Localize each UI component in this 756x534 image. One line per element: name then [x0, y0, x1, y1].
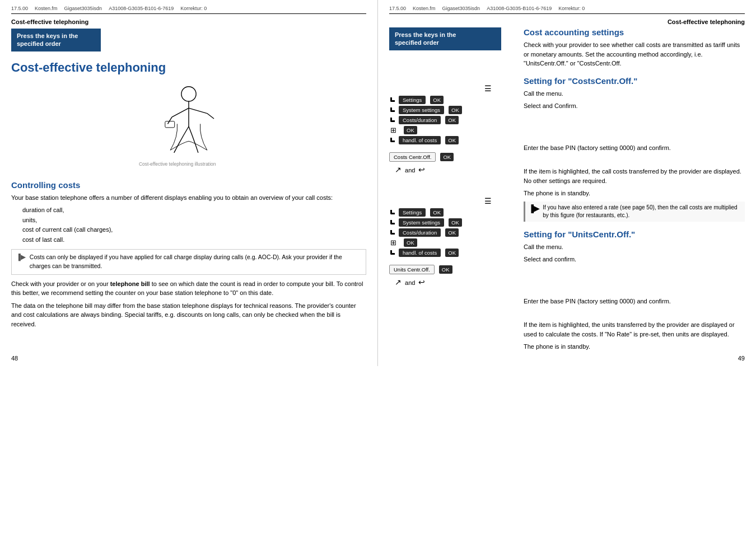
note-para1: Check with your provider or on your tele… [11, 279, 366, 298]
settings-key: Settings [399, 96, 426, 104]
right-docnum: A31008-G3035-B101-6-7619 [487, 6, 552, 11]
call-icon-2: ↗ [395, 278, 402, 287]
settings-key-2: Settings [399, 208, 426, 217]
right-korrektur: Korrektur: 0 [558, 6, 585, 11]
svg-point-0 [181, 86, 196, 101]
steps-spacer-2 [524, 268, 745, 297]
right-blue-box: Press the keys in thespecified order [389, 27, 501, 50]
menu-icon: ☰ [484, 84, 492, 93]
right-blue-box-text: Press the keys in thespecified order [395, 31, 456, 46]
list-item-4: cost of last call. [22, 235, 366, 245]
system-settings-key-2: System settings [399, 218, 444, 227]
left-blue-box-text: Press the keys in thespecified order [17, 32, 78, 47]
svg-line-2 [172, 108, 189, 117]
call-icon-1: ↗ [395, 165, 402, 174]
costs-duration-row: Costs/duration OK [389, 116, 518, 124]
svg-line-4 [168, 117, 172, 124]
left-section-title: Cost-effective telephoning [11, 18, 366, 25]
settings-ok: OK [430, 96, 444, 104]
setting-units-standby: The phone is in standby. [524, 342, 745, 352]
end-call-icon-1: ↩ [418, 165, 425, 174]
controlling-costs-list: duration of call, units, cost of current… [22, 205, 366, 245]
pin-icon-2: ⊞ [390, 238, 396, 247]
system-settings-row: System settings OK [389, 106, 518, 114]
units-centr-steps-keys: ☰ Settings OK System settings OK Co [389, 196, 518, 257]
handl-costs-ok-2: OK [445, 249, 459, 257]
list-item-3: cost of current call (call charges), [22, 225, 366, 235]
costs-centr-off-ok: OK [440, 153, 454, 161]
costs-duration-ok: OK [445, 116, 459, 124]
controlling-costs-heading: Controlling costs [11, 180, 366, 190]
setting-costs-highlighted: If the item is highlighted, the call cos… [524, 167, 745, 185]
setting-units-select: Select and confirm. [524, 255, 745, 264]
pin-ok-2: OK [404, 238, 417, 247]
left-header-meta: 17.5.00 Kosten.fm Gigaset3035isdn A31008… [11, 6, 366, 11]
note-text-1: Costs can only be displayed if you have … [30, 253, 361, 271]
system-settings-row-2: System settings OK [389, 218, 518, 227]
costs-centr-off-row: Costs Centr.Off. OK [389, 152, 518, 162]
right-header-sep [389, 13, 745, 14]
cost-accounting-heading: Cost accounting settings [524, 27, 745, 37]
settings-ok-2: OK [430, 208, 444, 217]
left-filename: Kosten.fm [35, 6, 58, 11]
left-docnum: A31008-G3035-B101-6-7619 [109, 6, 174, 11]
handl-costs-row-2: handl. of costs OK [389, 249, 518, 257]
steps-spacer-1 [524, 114, 745, 143]
costs-centr-spacer [524, 156, 745, 167]
note-icon-1: ▐▶ [16, 254, 25, 271]
setting-costs-heading: Setting for "CostsCentr.Off." [524, 76, 745, 86]
list-item-1: duration of call, [22, 205, 366, 216]
handl-costs-key-2: handl. of costs [399, 249, 441, 257]
note-para2: The data on the telephone bill may diffe… [11, 301, 366, 329]
menu-icon-row-2: ☰ [389, 196, 518, 205]
system-settings-ok: OK [449, 106, 462, 114]
end-call-icon-2: ↩ [418, 278, 425, 287]
right-keys-column: Press the keys in thespecified order ☰ S… [389, 27, 518, 355]
left-page-number: 48 [11, 355, 18, 362]
units-centr-off-row: Units Centr.Off. OK [389, 265, 518, 274]
right-descriptions-column: Cost accounting settings Check with your… [524, 27, 745, 355]
controlling-costs-para1: Your base station telephone offers a num… [11, 193, 366, 203]
costs-duration-key: Costs/duration [399, 116, 441, 124]
costs-centr-note: ▐▶ If you have also entered a rate (see … [524, 202, 745, 222]
costs-note-text: If you have also entered a rate (see pag… [543, 204, 741, 219]
and-text-2: and [405, 279, 415, 286]
left-version: 17.5.00 [11, 6, 28, 11]
system-settings-ok-2: OK [449, 218, 462, 227]
main-title: Cost-effective telephoning [11, 60, 366, 75]
pin-ok: OK [404, 126, 417, 134]
left-header-sep [11, 13, 366, 14]
right-header-meta: 17.5.00 Kosten.fm Gigaset3035isdn A31008… [389, 6, 745, 11]
setting-costs-standby: The phone is in standby. [524, 189, 745, 198]
costs-note-icon: ▐▶ [529, 204, 539, 219]
setting-costs-select: Select and Confirm. [524, 101, 745, 111]
setting-units-enter-pin: Enter the base PIN (factory setting 0000… [524, 297, 745, 306]
costs-centr-off-key: Costs Centr.Off. [389, 152, 436, 162]
right-filename: Kosten.fm [413, 6, 436, 11]
svg-rect-6 [165, 121, 175, 127]
setting-costs-enter-pin: Enter the base PIN (factory setting 0000… [524, 143, 745, 153]
menu-icon-row: ☰ [389, 84, 518, 93]
units-centr-off-key: Units Centr.Off. [389, 265, 435, 274]
costs-centr-steps-keys: ☰ Settings OK System settings OK [389, 84, 518, 144]
costs-duration-row-2: Costs/duration OK [389, 228, 518, 237]
settings-row-2: Settings OK [389, 208, 518, 217]
left-page: 17.5.00 Kosten.fm Gigaset3035isdn A31008… [0, 0, 378, 366]
svg-line-3 [189, 108, 207, 113]
svg-text:Cost-effective telephoning ill: Cost-effective telephoning illustration [139, 161, 216, 167]
handl-costs-key: handl. of costs [399, 136, 441, 144]
menu-icon-2: ☰ [484, 196, 492, 205]
costs-centr-off-key-row: Costs Centr.Off. OK [389, 152, 518, 162]
and-phone-row-2: ↗ and ↩ [395, 278, 518, 287]
pin-row: ⊞ OK [389, 126, 518, 134]
setting-costs-call-menu: Call the menu. [524, 89, 745, 99]
costs-duration-ok-2: OK [445, 228, 459, 237]
illustration-figure: Cost-effective telephoning illustration [116, 82, 262, 171]
right-page-number: 49 [738, 355, 745, 362]
right-page: 17.5.00 Kosten.fm Gigaset3035isdn A31008… [378, 0, 756, 366]
left-device: Gigaset3035isdn [64, 6, 102, 11]
setting-units-heading: Setting for "UnitsCentr.Off." [524, 229, 745, 239]
costs-duration-key-2: Costs/duration [399, 228, 441, 237]
note-box-1: ▐▶ Costs can only be displayed if you ha… [11, 249, 366, 275]
setting-units-call-menu: Call the menu. [524, 242, 745, 252]
